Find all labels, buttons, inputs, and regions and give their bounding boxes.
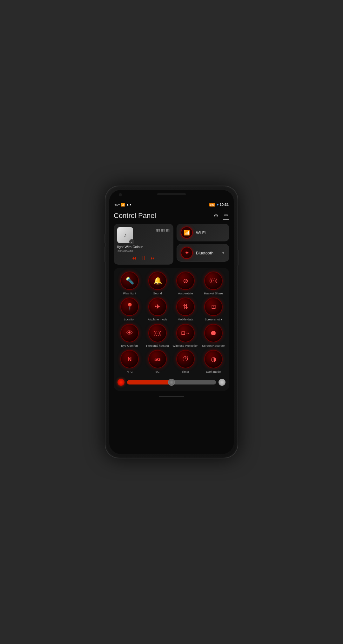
location-item[interactable]: 📍 Location: [116, 298, 143, 321]
power-button[interactable]: [238, 250, 239, 266]
mobile-data-label: Mobile data: [178, 318, 193, 321]
phone-screen: 4G+ 📶 ▲▼ 100 ✦ 10:31 Control Panel ⚙: [109, 190, 234, 454]
panel-header: Control Panel ⚙ ✏: [114, 212, 229, 220]
prev-button[interactable]: ⏮: [131, 255, 137, 261]
flashlight-item[interactable]: 🔦 Flashlight: [116, 272, 143, 295]
mobile-data-sym: ⇅: [183, 303, 188, 311]
screenshot-item[interactable]: ⊡ Screenshot ▾: [200, 298, 227, 321]
time-display: 10:31: [220, 203, 229, 207]
camera-bar: [109, 190, 234, 200]
wifi-icon-wrap: 📶: [181, 227, 193, 239]
wireless-proj-icon: ⊡→: [176, 324, 195, 342]
wireless-proj-label: Wireless Projection: [172, 344, 198, 347]
edit-icon: ✏: [224, 212, 228, 218]
dark-mode-label: Dark mode: [206, 370, 221, 373]
status-left: 4G+ 📶 ▲▼: [114, 203, 132, 207]
home-indicator[interactable]: [114, 394, 229, 398]
flashlight-icon: 🔦: [120, 272, 139, 290]
screenshot-label: Screenshot ▾: [205, 318, 222, 321]
screen-recorder-label: Screen Recorder: [202, 344, 225, 347]
huawei-share-icon: ((·)): [204, 272, 223, 290]
mobile-data-item[interactable]: ⇅ Mobile data: [172, 298, 199, 321]
volume-down-button[interactable]: [104, 246, 105, 262]
music-note-icon: ♪: [124, 232, 127, 239]
5g-label: 5G: [156, 370, 160, 373]
hotspot-icon: ((·)): [148, 324, 167, 342]
5g-item[interactable]: 5G 5G: [144, 350, 171, 373]
settings-button[interactable]: ⚙: [213, 212, 219, 219]
music-badge-icon: ♪: [131, 240, 132, 243]
status-bar: 4G+ 📶 ▲▼ 100 ✦ 10:31: [109, 200, 234, 209]
edit-button[interactable]: ✏: [223, 212, 229, 220]
panel-title: Control Panel: [114, 212, 156, 220]
nfc-label: NFC: [126, 370, 133, 373]
music-controls: ⏮ ⏸ ⏭: [117, 255, 170, 261]
wifi-icon: 📶: [184, 230, 190, 236]
timer-item[interactable]: ⏱ Timer: [172, 350, 199, 373]
sound-icon: 🔔: [148, 272, 167, 290]
music-top: ♪ ♪ ≋≋≋: [117, 227, 170, 243]
screenshot-sym: ⊡: [211, 303, 216, 310]
bluetooth-icon: ✦: [185, 249, 189, 256]
location-icon: 📍: [120, 298, 139, 316]
volume-up-button[interactable]: [104, 234, 105, 243]
wireless-proj-sym: ⊡→: [181, 330, 190, 336]
music-badge: ♪: [129, 239, 134, 244]
data-arrows: ▲▼: [126, 203, 132, 206]
sound-wave-icon: ≋≋≋: [156, 227, 170, 234]
dark-mode-item[interactable]: ◑ Dark mode: [200, 350, 227, 373]
autorotate-item[interactable]: ⊘ Auto-rotate: [172, 272, 199, 295]
pause-button[interactable]: ⏸: [141, 255, 146, 261]
airplane-sym: ✈: [155, 303, 160, 311]
wireless-proj-item[interactable]: ⊡→ Wireless Projection: [172, 324, 199, 347]
brightness-thumb: [168, 379, 175, 386]
5g-sym: 5G: [154, 357, 161, 362]
brightness-row: [116, 378, 227, 387]
mobile-data-icon: ⇅: [176, 298, 195, 316]
screen-recorder-item[interactable]: ⏺ Screen Recorder: [200, 324, 227, 347]
huawei-share-item[interactable]: ((·)) Huawei Share: [200, 272, 227, 295]
wifi-label: Wi-Fi: [196, 230, 225, 235]
status-right: 100 ✦ 10:31: [209, 203, 229, 207]
signal-bars: 📶: [121, 203, 125, 207]
dark-mode-sym: ◑: [211, 355, 216, 363]
music-artist: <unknown>: [117, 249, 170, 253]
edit-underline: [223, 219, 229, 220]
speaker: [157, 193, 186, 195]
huawei-share-sym: ((·)): [209, 278, 218, 284]
brightness-max-icon: [219, 379, 225, 386]
front-camera: [119, 193, 122, 196]
autorotate-label: Auto-rotate: [178, 292, 193, 295]
battery-indicator: 100: [209, 203, 215, 207]
nfc-icon: N: [120, 350, 139, 368]
music-player[interactable]: ♪ ♪ ≋≋≋ light With Colour <unknown> ⏮ ⏸ …: [114, 224, 173, 265]
hotspot-item[interactable]: ((·)) Personal hotspot: [144, 324, 171, 347]
quick-toggles: 📶 Wi-Fi ✦ Bluetooth ▼: [177, 224, 229, 265]
bluetooth-toggle[interactable]: ✦ Bluetooth ▼: [177, 244, 229, 262]
airplane-item[interactable]: ✈ Airplane mode: [144, 298, 171, 321]
brightness-slider[interactable]: [127, 380, 216, 384]
screenshot-icon: ⊡: [204, 298, 223, 316]
nfc-item[interactable]: N NFC: [116, 350, 143, 373]
autorotate-icon: ⊘: [176, 272, 195, 290]
wifi-toggle[interactable]: 📶 Wi-Fi: [177, 224, 229, 241]
airplane-label: Airplane mode: [148, 318, 167, 321]
timer-icon: ⏱: [176, 350, 195, 368]
next-button[interactable]: ⏭: [151, 255, 156, 261]
bluetooth-icon-wrap: ✦: [181, 247, 193, 259]
timer-sym: ⏱: [182, 355, 189, 363]
sound-item[interactable]: 🔔 Sound: [144, 272, 171, 295]
phone-frame: 4G+ 📶 ▲▼ 100 ✦ 10:31 Control Panel ⚙: [105, 186, 238, 458]
brightness-min-icon: [118, 379, 124, 386]
signal-text: 4G+: [114, 203, 120, 206]
flashlight-sym: 🔦: [125, 277, 134, 285]
hotspot-sym: ((·)): [153, 330, 162, 336]
eye-comfort-item[interactable]: 👁 Eye Comfort: [116, 324, 143, 347]
autorotate-sym: ⊘: [183, 277, 188, 285]
5g-icon: 5G: [148, 350, 167, 368]
screen-recorder-sym: ⏺: [210, 329, 217, 337]
screen-recorder-icon: ⏺: [204, 324, 223, 342]
dark-mode-icon: ◑: [204, 350, 223, 368]
sound-sym: 🔔: [153, 277, 162, 285]
hotspot-label: Personal hotspot: [146, 344, 169, 347]
